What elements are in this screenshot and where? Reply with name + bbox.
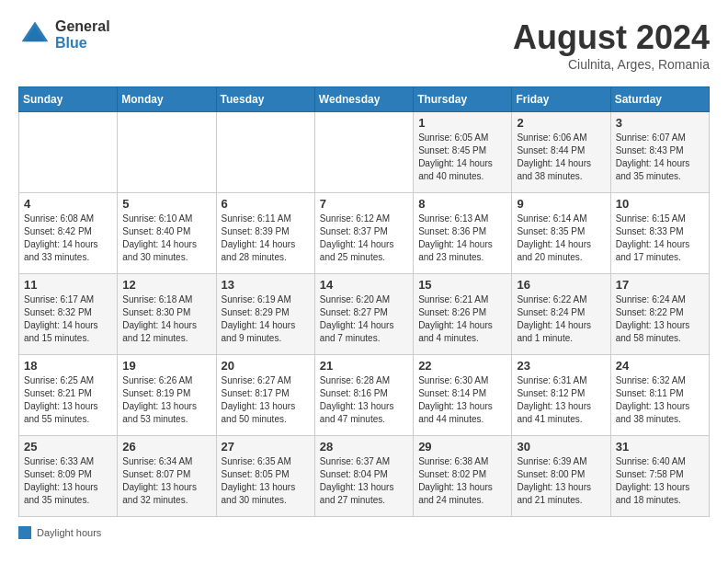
day-number: 19 bbox=[122, 359, 210, 373]
page-header: General Blue August 2024 Ciulnita, Arges… bbox=[18, 18, 710, 72]
day-number: 28 bbox=[320, 440, 408, 454]
day-info: Sunrise: 6:11 AM Sunset: 8:39 PM Dayligh… bbox=[222, 213, 310, 264]
day-number: 17 bbox=[616, 278, 704, 292]
day-number: 13 bbox=[222, 278, 310, 292]
calendar-cell: 26Sunrise: 6:34 AM Sunset: 8:07 PM Dayli… bbox=[118, 436, 216, 517]
calendar-cell: 11Sunrise: 6:17 AM Sunset: 8:32 PM Dayli… bbox=[19, 274, 118, 355]
day-number: 25 bbox=[24, 440, 112, 454]
day-number: 9 bbox=[517, 197, 605, 211]
calendar-cell: 3Sunrise: 6:07 AM Sunset: 8:43 PM Daylig… bbox=[610, 112, 709, 193]
calendar-week-3: 11Sunrise: 6:17 AM Sunset: 8:32 PM Dayli… bbox=[19, 274, 710, 355]
day-number: 4 bbox=[24, 197, 112, 211]
logo-text: General Blue bbox=[55, 18, 110, 51]
calendar-cell: 12Sunrise: 6:18 AM Sunset: 8:30 PM Dayli… bbox=[118, 274, 216, 355]
calendar-cell: 23Sunrise: 6:31 AM Sunset: 8:12 PM Dayli… bbox=[512, 355, 610, 436]
day-info: Sunrise: 6:26 AM Sunset: 8:19 PM Dayligh… bbox=[122, 374, 210, 426]
column-header-friday: Friday bbox=[512, 87, 610, 112]
day-info: Sunrise: 6:27 AM Sunset: 8:17 PM Dayligh… bbox=[222, 374, 310, 426]
day-number: 5 bbox=[122, 197, 210, 211]
day-number: 27 bbox=[222, 440, 310, 454]
calendar-cell: 31Sunrise: 6:40 AM Sunset: 7:58 PM Dayli… bbox=[610, 436, 709, 517]
calendar-cell: 27Sunrise: 6:35 AM Sunset: 8:05 PM Dayli… bbox=[216, 436, 314, 517]
day-number: 8 bbox=[418, 197, 506, 211]
logo-general-text: General bbox=[55, 18, 110, 35]
calendar-cell: 7Sunrise: 6:12 AM Sunset: 8:37 PM Daylig… bbox=[314, 193, 413, 274]
day-number: 23 bbox=[517, 359, 605, 373]
calendar-cell bbox=[216, 112, 314, 193]
calendar-week-1: 1Sunrise: 6:05 AM Sunset: 8:45 PM Daylig… bbox=[19, 112, 710, 193]
calendar-cell bbox=[314, 112, 413, 193]
day-number: 30 bbox=[517, 440, 605, 454]
calendar-week-4: 18Sunrise: 6:25 AM Sunset: 8:21 PM Dayli… bbox=[19, 355, 710, 436]
day-number: 31 bbox=[616, 440, 704, 454]
calendar-cell: 18Sunrise: 6:25 AM Sunset: 8:21 PM Dayli… bbox=[19, 355, 118, 436]
calendar-cell: 5Sunrise: 6:10 AM Sunset: 8:40 PM Daylig… bbox=[118, 193, 216, 274]
logo: General Blue bbox=[18, 18, 110, 52]
day-info: Sunrise: 6:21 AM Sunset: 8:26 PM Dayligh… bbox=[418, 293, 506, 345]
day-info: Sunrise: 6:37 AM Sunset: 8:04 PM Dayligh… bbox=[320, 455, 408, 507]
calendar-cell: 6Sunrise: 6:11 AM Sunset: 8:39 PM Daylig… bbox=[216, 193, 314, 274]
day-info: Sunrise: 6:31 AM Sunset: 8:12 PM Dayligh… bbox=[517, 374, 605, 426]
day-number: 10 bbox=[616, 197, 704, 211]
day-number: 18 bbox=[24, 359, 112, 373]
calendar-cell: 10Sunrise: 6:15 AM Sunset: 8:33 PM Dayli… bbox=[610, 193, 709, 274]
day-number: 2 bbox=[517, 116, 605, 130]
calendar-cell: 16Sunrise: 6:22 AM Sunset: 8:24 PM Dayli… bbox=[512, 274, 610, 355]
day-number: 12 bbox=[122, 278, 210, 292]
day-info: Sunrise: 6:20 AM Sunset: 8:27 PM Dayligh… bbox=[320, 293, 408, 345]
day-info: Sunrise: 6:13 AM Sunset: 8:36 PM Dayligh… bbox=[418, 213, 506, 264]
calendar-cell: 24Sunrise: 6:32 AM Sunset: 8:11 PM Dayli… bbox=[610, 355, 709, 436]
day-info: Sunrise: 6:17 AM Sunset: 8:32 PM Dayligh… bbox=[24, 293, 112, 345]
day-info: Sunrise: 6:08 AM Sunset: 8:42 PM Dayligh… bbox=[24, 213, 112, 264]
day-info: Sunrise: 6:24 AM Sunset: 8:22 PM Dayligh… bbox=[616, 293, 704, 345]
title-block: August 2024 Ciulnita, Arges, Romania bbox=[513, 18, 710, 72]
column-header-tuesday: Tuesday bbox=[216, 87, 314, 112]
day-info: Sunrise: 6:22 AM Sunset: 8:24 PM Dayligh… bbox=[517, 293, 605, 345]
day-info: Sunrise: 6:07 AM Sunset: 8:43 PM Dayligh… bbox=[616, 132, 704, 183]
month-year-title: August 2024 bbox=[513, 18, 710, 57]
calendar-week-5: 25Sunrise: 6:33 AM Sunset: 8:09 PM Dayli… bbox=[19, 436, 710, 517]
legend-label: Daylight hours bbox=[37, 527, 101, 538]
column-header-wednesday: Wednesday bbox=[314, 87, 413, 112]
day-number: 11 bbox=[24, 278, 112, 292]
day-info: Sunrise: 6:39 AM Sunset: 8:00 PM Dayligh… bbox=[517, 455, 605, 507]
day-number: 21 bbox=[320, 359, 408, 373]
calendar-cell: 19Sunrise: 6:26 AM Sunset: 8:19 PM Dayli… bbox=[118, 355, 216, 436]
day-info: Sunrise: 6:05 AM Sunset: 8:45 PM Dayligh… bbox=[418, 132, 506, 183]
day-info: Sunrise: 6:18 AM Sunset: 8:30 PM Dayligh… bbox=[122, 293, 210, 345]
calendar-week-2: 4Sunrise: 6:08 AM Sunset: 8:42 PM Daylig… bbox=[19, 193, 710, 274]
calendar-cell bbox=[118, 112, 216, 193]
calendar-cell: 4Sunrise: 6:08 AM Sunset: 8:42 PM Daylig… bbox=[19, 193, 118, 274]
day-number: 7 bbox=[320, 197, 408, 211]
day-number: 1 bbox=[418, 116, 506, 130]
column-header-sunday: Sunday bbox=[19, 87, 118, 112]
day-number: 3 bbox=[616, 116, 704, 130]
column-header-saturday: Saturday bbox=[610, 87, 709, 112]
day-info: Sunrise: 6:25 AM Sunset: 8:21 PM Dayligh… bbox=[24, 374, 112, 426]
day-info: Sunrise: 6:40 AM Sunset: 7:58 PM Dayligh… bbox=[616, 455, 704, 507]
day-info: Sunrise: 6:28 AM Sunset: 8:16 PM Dayligh… bbox=[320, 374, 408, 426]
logo-icon bbox=[18, 18, 51, 52]
calendar-cell: 22Sunrise: 6:30 AM Sunset: 8:14 PM Dayli… bbox=[414, 355, 512, 436]
day-number: 16 bbox=[517, 278, 605, 292]
calendar-cell: 28Sunrise: 6:37 AM Sunset: 8:04 PM Dayli… bbox=[314, 436, 413, 517]
day-info: Sunrise: 6:19 AM Sunset: 8:29 PM Dayligh… bbox=[222, 293, 310, 345]
legend: Daylight hours bbox=[18, 526, 710, 539]
day-info: Sunrise: 6:10 AM Sunset: 8:40 PM Dayligh… bbox=[122, 213, 210, 264]
day-number: 20 bbox=[222, 359, 310, 373]
day-number: 15 bbox=[418, 278, 506, 292]
day-info: Sunrise: 6:34 AM Sunset: 8:07 PM Dayligh… bbox=[122, 455, 210, 507]
calendar-cell: 14Sunrise: 6:20 AM Sunset: 8:27 PM Dayli… bbox=[314, 274, 413, 355]
calendar-cell: 29Sunrise: 6:38 AM Sunset: 8:02 PM Dayli… bbox=[414, 436, 512, 517]
calendar-cell: 2Sunrise: 6:06 AM Sunset: 8:44 PM Daylig… bbox=[512, 112, 610, 193]
calendar-table: SundayMondayTuesdayWednesdayThursdayFrid… bbox=[18, 86, 710, 517]
day-info: Sunrise: 6:33 AM Sunset: 8:09 PM Dayligh… bbox=[24, 455, 112, 507]
legend-box bbox=[18, 526, 31, 539]
calendar-cell: 9Sunrise: 6:14 AM Sunset: 8:35 PM Daylig… bbox=[512, 193, 610, 274]
day-info: Sunrise: 6:12 AM Sunset: 8:37 PM Dayligh… bbox=[320, 213, 408, 264]
calendar-cell: 15Sunrise: 6:21 AM Sunset: 8:26 PM Dayli… bbox=[414, 274, 512, 355]
day-info: Sunrise: 6:15 AM Sunset: 8:33 PM Dayligh… bbox=[616, 213, 704, 264]
calendar-header-row: SundayMondayTuesdayWednesdayThursdayFrid… bbox=[19, 87, 710, 112]
day-number: 26 bbox=[122, 440, 210, 454]
calendar-cell: 20Sunrise: 6:27 AM Sunset: 8:17 PM Dayli… bbox=[216, 355, 314, 436]
